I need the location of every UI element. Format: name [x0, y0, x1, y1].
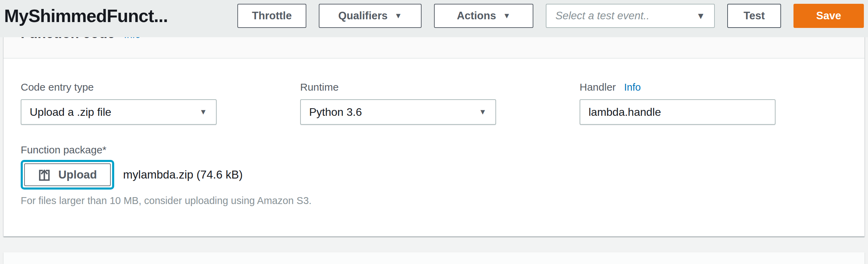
function-package-row: Upload mylambda.zip (74.6 kB) — [21, 160, 847, 190]
upload-helper-text: For files larger than 10 MB, consider up… — [21, 195, 847, 206]
actions-button-label: Actions — [457, 10, 496, 22]
function-code-card: Function codeInfo Code entry type Runtim… — [3, 20, 865, 236]
code-entry-type-select[interactable]: Upload a .zip file ▼ — [21, 99, 217, 125]
code-entry-type-value: Upload a .zip file — [30, 106, 111, 119]
test-button[interactable]: Test — [727, 4, 781, 28]
upload-button-focus-ring: Upload — [21, 160, 114, 190]
runtime-select[interactable]: Python 3.6 ▼ — [300, 99, 496, 125]
function-title: MyShimmedFunct... — [4, 6, 168, 26]
handler-label: HandlerInfo — [580, 81, 776, 93]
upload-icon — [38, 169, 51, 181]
save-button-label: Save — [816, 10, 841, 22]
runtime-label: Runtime — [300, 81, 496, 93]
throttle-button-label: Throttle — [252, 10, 292, 22]
handler-label-text: Handler — [580, 81, 616, 93]
handler-info-link[interactable]: Info — [624, 82, 641, 93]
actions-dropdown-button[interactable]: Actions ▼ — [434, 4, 533, 28]
qualifiers-button-label: Qualifiers — [338, 10, 388, 22]
upload-button[interactable]: Upload — [24, 163, 111, 186]
caret-down-icon: ▼ — [395, 12, 402, 20]
function-code-card-body: Code entry type Runtime HandlerInfo Uplo… — [3, 59, 865, 206]
throttle-button[interactable]: Throttle — [237, 4, 306, 28]
caret-down-icon: ▼ — [199, 108, 207, 116]
function-header-bar: MyShimmedFunct... Throttle Qualifiers ▼ … — [0, 0, 868, 37]
save-button[interactable]: Save — [793, 4, 864, 28]
runtime-value: Python 3.6 — [309, 106, 362, 119]
code-entry-type-label: Code entry type — [21, 81, 217, 93]
function-package-label: Function package* — [21, 144, 847, 156]
qualifiers-dropdown-button[interactable]: Qualifiers ▼ — [319, 4, 422, 28]
caret-down-icon: ▼ — [479, 108, 486, 116]
caret-down-icon: ▼ — [696, 11, 705, 20]
uploaded-file-info: mylambda.zip (74.6 kB) — [123, 168, 243, 181]
code-settings-grid: Code entry type Runtime HandlerInfo Uplo… — [21, 81, 847, 125]
caret-down-icon: ▼ — [503, 12, 511, 20]
handler-input[interactable] — [580, 99, 776, 125]
test-button-label: Test — [743, 10, 765, 22]
upload-button-label: Upload — [58, 168, 97, 181]
header-actions: Throttle Qualifiers ▼ Actions ▼ Select a… — [237, 4, 864, 28]
test-event-placeholder: Select a test event.. — [555, 10, 649, 22]
next-section-card — [3, 252, 865, 264]
lambda-console-screen: MyShimmedFunct... Throttle Qualifiers ▼ … — [0, 0, 868, 264]
test-event-select[interactable]: Select a test event.. ▼ — [546, 4, 715, 28]
